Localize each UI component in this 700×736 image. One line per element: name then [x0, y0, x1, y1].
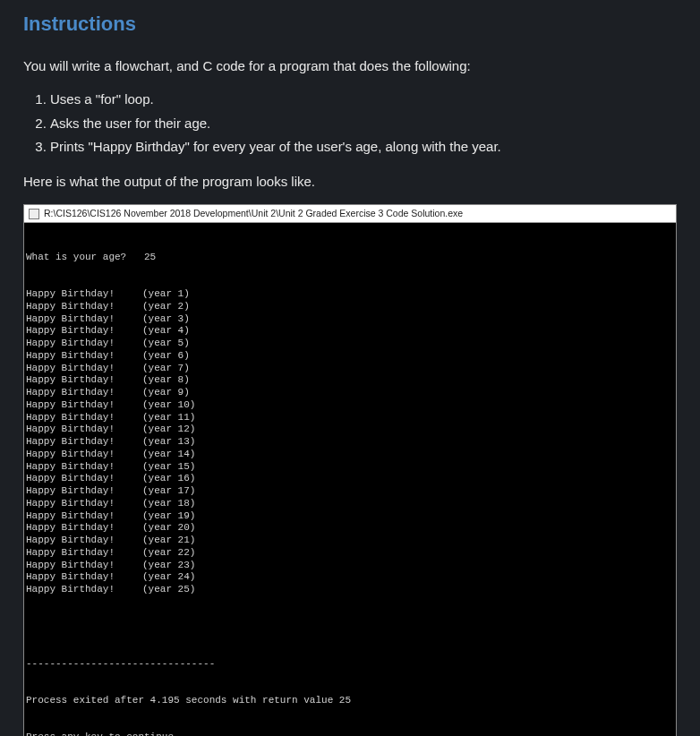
terminal-blank: [26, 620, 674, 633]
terminal-line: Happy Birthday!(year 12): [26, 424, 674, 436]
terminal-exit-line: Process exited after 4.195 seconds with …: [26, 695, 674, 707]
terminal-output-lines: Happy Birthday!(year 1)Happy Birthday!(y…: [26, 288, 674, 596]
list-item: Uses a "for" loop.: [50, 89, 677, 109]
terminal-year: (year 15): [142, 461, 195, 474]
terminal-line: Happy Birthday!(year 25): [26, 584, 674, 596]
terminal-line: Happy Birthday!(year 18): [26, 498, 674, 510]
terminal-line: Happy Birthday!(year 14): [26, 449, 674, 461]
terminal-line: Happy Birthday!(year 24): [26, 571, 674, 584]
terminal-window: R:\CIS126\CIS126 November 2018 Developme…: [23, 204, 677, 736]
terminal-msg: Happy Birthday!: [26, 325, 142, 338]
instructions-intro: You will write a flowchart, and C code f…: [23, 56, 677, 76]
terminal-line: Happy Birthday!(year 22): [26, 547, 674, 560]
terminal-msg: Happy Birthday!: [26, 498, 142, 510]
terminal-body: What is your age? 25 Happy Birthday!(yea…: [24, 223, 676, 736]
terminal-msg: Happy Birthday!: [26, 571, 142, 584]
terminal-titlebar: R:\CIS126\CIS126 November 2018 Developme…: [24, 205, 676, 223]
terminal-press-line: Press any key to continue . . .: [26, 732, 674, 736]
terminal-year: (year 4): [142, 325, 190, 338]
terminal-year: (year 16): [142, 473, 195, 485]
terminal-year: (year 22): [142, 547, 195, 560]
terminal-msg: Happy Birthday!: [26, 560, 142, 572]
terminal-msg: Happy Birthday!: [26, 436, 142, 449]
terminal-prompt: What is your age? 25: [26, 252, 674, 264]
terminal-year: (year 13): [142, 436, 195, 449]
terminal-msg: Happy Birthday!: [26, 374, 142, 387]
instructions-heading: Instructions: [23, 9, 677, 39]
terminal-msg: Happy Birthday!: [26, 461, 142, 474]
terminal-year: (year 8): [142, 374, 190, 387]
terminal-year: (year 3): [142, 313, 190, 326]
terminal-line: Happy Birthday!(year 9): [26, 387, 674, 399]
terminal-year: (year 5): [142, 338, 190, 350]
terminal-year: (year 7): [142, 363, 190, 375]
terminal-line: Happy Birthday!(year 16): [26, 473, 674, 485]
terminal-year: (year 2): [142, 301, 190, 313]
terminal-msg: Happy Birthday!: [26, 412, 142, 424]
terminal-year: (year 23): [142, 560, 195, 572]
terminal-msg: Happy Birthday!: [26, 350, 142, 363]
terminal-line: Happy Birthday!(year 23): [26, 560, 674, 572]
terminal-msg: Happy Birthday!: [26, 288, 142, 301]
terminal-msg: Happy Birthday!: [26, 522, 142, 535]
list-item: Asks the user for their age.: [50, 113, 677, 133]
terminal-year: (year 11): [142, 412, 195, 424]
terminal-line: Happy Birthday!(year 4): [26, 325, 674, 338]
terminal-year: (year 21): [142, 535, 195, 547]
terminal-year: (year 24): [142, 571, 195, 584]
terminal-msg: Happy Birthday!: [26, 399, 142, 412]
terminal-year: (year 18): [142, 498, 195, 510]
instructions-list: Uses a "for" loop. Asks the user for the…: [39, 89, 677, 157]
terminal-msg: Happy Birthday!: [26, 485, 142, 498]
terminal-msg: Happy Birthday!: [26, 510, 142, 523]
terminal-msg: Happy Birthday!: [26, 338, 142, 350]
terminal-divider: --------------------------------: [26, 658, 674, 671]
terminal-year: (year 12): [142, 424, 195, 436]
terminal-line: Happy Birthday!(year 20): [26, 522, 674, 535]
terminal-year: (year 10): [142, 399, 195, 412]
terminal-line: Happy Birthday!(year 15): [26, 461, 674, 474]
output-intro: Here is what the output of the program l…: [23, 171, 677, 192]
terminal-msg: Happy Birthday!: [26, 547, 142, 560]
terminal-year: (year 20): [142, 522, 195, 535]
terminal-line: Happy Birthday!(year 2): [26, 301, 674, 313]
terminal-line: Happy Birthday!(year 6): [26, 350, 674, 363]
terminal-year: (year 17): [142, 485, 195, 498]
terminal-line: Happy Birthday!(year 11): [26, 412, 674, 424]
terminal-msg: Happy Birthday!: [26, 473, 142, 485]
terminal-line: Happy Birthday!(year 17): [26, 485, 674, 498]
terminal-year: (year 25): [142, 584, 195, 596]
terminal-year: (year 19): [142, 510, 195, 523]
terminal-line: Happy Birthday!(year 21): [26, 535, 674, 547]
terminal-msg: Happy Birthday!: [26, 449, 142, 461]
terminal-line: Happy Birthday!(year 3): [26, 313, 674, 326]
terminal-msg: Happy Birthday!: [26, 387, 142, 399]
terminal-year: (year 14): [142, 449, 195, 461]
terminal-year: (year 9): [142, 387, 190, 399]
terminal-msg: Happy Birthday!: [26, 535, 142, 547]
terminal-msg: Happy Birthday!: [26, 584, 142, 596]
terminal-msg: Happy Birthday!: [26, 301, 142, 313]
terminal-line: Happy Birthday!(year 13): [26, 436, 674, 449]
terminal-year: (year 1): [142, 288, 190, 301]
terminal-line: Happy Birthday!(year 19): [26, 510, 674, 523]
terminal-msg: Happy Birthday!: [26, 363, 142, 375]
terminal-msg: Happy Birthday!: [26, 313, 142, 326]
terminal-line: Happy Birthday!(year 1): [26, 288, 674, 301]
list-item: Prints "Happy Birthday" for every year o…: [50, 136, 677, 157]
terminal-line: Happy Birthday!(year 10): [26, 399, 674, 412]
terminal-year: (year 6): [142, 350, 190, 363]
terminal-msg: Happy Birthday!: [26, 424, 142, 436]
terminal-line: Happy Birthday!(year 8): [26, 374, 674, 387]
terminal-line: Happy Birthday!(year 5): [26, 338, 674, 350]
terminal-line: Happy Birthday!(year 7): [26, 363, 674, 375]
